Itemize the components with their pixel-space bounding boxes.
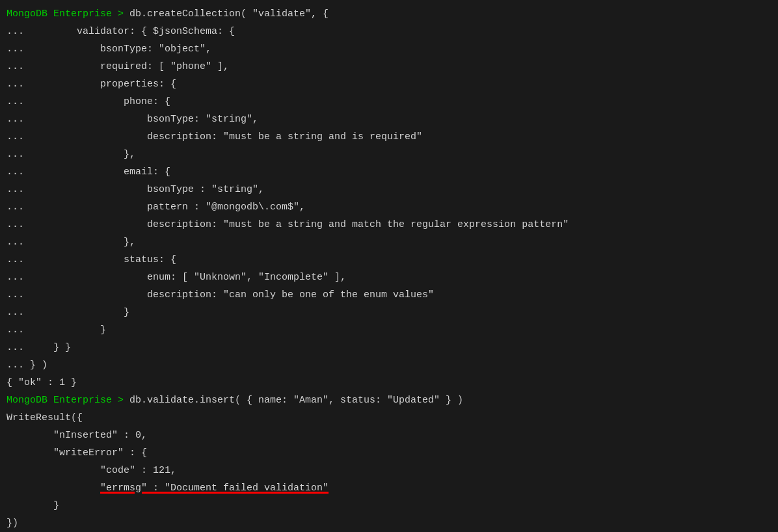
line-6: ... phone: { — [7, 93, 771, 111]
line-8: ... description: "must be a string and i… — [7, 128, 771, 146]
line-11: ... bsonType : "string", — [7, 181, 771, 198]
line-1: MongoDB Enterprise > db.createCollection… — [7, 5, 771, 23]
line-23: MongoDB Enterprise > db.validate.insert(… — [7, 392, 771, 409]
line-26: "writeError" : { — [7, 444, 771, 462]
prompt-prefix: MongoDB Enterprise > — [7, 5, 129, 23]
line-10: ... email: { — [7, 163, 771, 181]
line-17: ... description: "can only be one of the… — [7, 286, 771, 304]
terminal-window: MongoDB Enterprise > db.createCollection… — [0, 0, 778, 532]
line-18: ... } — [7, 304, 771, 321]
line-7: ... bsonType: "string", — [7, 111, 771, 128]
line-13: ... description: "must be a string and m… — [7, 216, 771, 233]
line-21: ... } ) — [7, 356, 771, 374]
errmsg-value: "errmsg" : "Document failed validation" — [100, 479, 329, 497]
line-30: }) — [7, 514, 771, 532]
line-3: ... bsonType: "object", — [7, 40, 771, 58]
line-22: { "ok" : 1 } — [7, 374, 771, 392]
line-9: ... }, — [7, 146, 771, 163]
line-15: ... status: { — [7, 251, 771, 269]
line-27: "code" : 121, — [7, 462, 771, 479]
line-16: ... enum: [ "Unknown", "Incomplete" ], — [7, 269, 771, 286]
line-5: ... properties: { — [7, 75, 771, 93]
line-28: "errmsg" : "Document failed validation" — [7, 479, 771, 497]
line-12: ... pattern : "@mongodb\.com$", — [7, 198, 771, 216]
line-4: ... required: [ "phone" ], — [7, 58, 771, 75]
prompt-prefix-2: MongoDB Enterprise > — [7, 392, 129, 409]
line-20: ... } } — [7, 339, 771, 356]
line-24: WriteResult({ — [7, 409, 771, 427]
line-19: ... } — [7, 321, 771, 339]
line-25: "nInserted" : 0, — [7, 427, 771, 444]
line-2: ... validator: { $jsonSchema: { — [7, 23, 771, 40]
line-29: } — [7, 497, 771, 514]
line-14: ... }, — [7, 233, 771, 251]
